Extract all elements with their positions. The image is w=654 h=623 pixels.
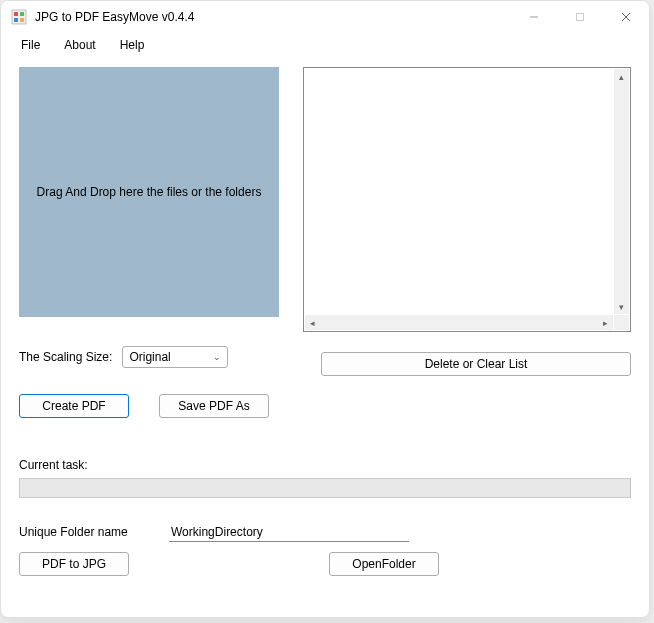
save-pdf-as-button[interactable]: Save PDF As (159, 394, 269, 418)
pdf-to-jpg-button[interactable]: PDF to JPG (19, 552, 129, 576)
current-task-section: Current task: (19, 458, 631, 498)
open-folder-label: OpenFolder (352, 557, 415, 571)
scroll-left-icon[interactable]: ◂ (305, 315, 320, 330)
folder-row: Unique Folder name (19, 522, 631, 542)
scroll-corner (614, 315, 629, 330)
current-task-label: Current task: (19, 458, 631, 472)
scaling-combo[interactable]: Original ⌄ (122, 346, 228, 368)
main-window: JPG to PDF EasyMove v0.4.4 File About He… (0, 0, 650, 618)
progress-bar (19, 478, 631, 498)
bottom-buttons-row: PDF to JPG OpenFolder (19, 552, 631, 576)
window-controls (511, 1, 649, 33)
chevron-down-icon: ⌄ (213, 352, 221, 362)
create-pdf-button[interactable]: Create PDF (19, 394, 129, 418)
minimize-button[interactable] (511, 1, 557, 33)
maximize-button[interactable] (557, 1, 603, 33)
scroll-right-icon[interactable]: ▸ (598, 315, 613, 330)
menu-file[interactable]: File (11, 35, 50, 55)
menu-help[interactable]: Help (110, 35, 155, 55)
menubar: File About Help (1, 33, 649, 57)
list-inner (304, 68, 614, 315)
scroll-down-icon[interactable]: ▾ (614, 299, 629, 314)
file-list[interactable]: ▴ ▾ ◂ ▸ (303, 67, 631, 332)
delete-clear-label: Delete or Clear List (425, 357, 528, 371)
top-section: Drag And Drop here the files or the fold… (19, 67, 631, 332)
folder-input[interactable] (169, 522, 409, 542)
svg-rect-4 (20, 18, 24, 22)
menu-about[interactable]: About (54, 35, 105, 55)
horizontal-scrollbar[interactable]: ◂ ▸ (305, 315, 613, 330)
create-pdf-label: Create PDF (42, 399, 105, 413)
save-pdf-as-label: Save PDF As (178, 399, 249, 413)
folder-label: Unique Folder name (19, 525, 129, 539)
content-area: Drag And Drop here the files or the fold… (1, 57, 649, 617)
pdf-to-jpg-label: PDF to JPG (42, 557, 106, 571)
delete-clear-button[interactable]: Delete or Clear List (321, 352, 631, 376)
scroll-up-icon[interactable]: ▴ (614, 69, 629, 84)
vertical-scrollbar[interactable]: ▴ ▾ (614, 69, 629, 314)
svg-rect-6 (577, 14, 584, 21)
scaling-selected: Original (129, 350, 170, 364)
window-title: JPG to PDF EasyMove v0.4.4 (35, 10, 511, 24)
close-button[interactable] (603, 1, 649, 33)
svg-rect-2 (20, 12, 24, 16)
drop-zone-text: Drag And Drop here the files or the fold… (37, 185, 262, 199)
pdf-buttons-row: Create PDF Save PDF As (19, 394, 631, 418)
svg-rect-1 (14, 12, 18, 16)
titlebar: JPG to PDF EasyMove v0.4.4 (1, 1, 649, 33)
app-icon (11, 9, 27, 25)
drop-zone[interactable]: Drag And Drop here the files or the fold… (19, 67, 279, 317)
svg-rect-3 (14, 18, 18, 22)
scaling-label: The Scaling Size: (19, 350, 112, 364)
open-folder-button[interactable]: OpenFolder (329, 552, 439, 576)
